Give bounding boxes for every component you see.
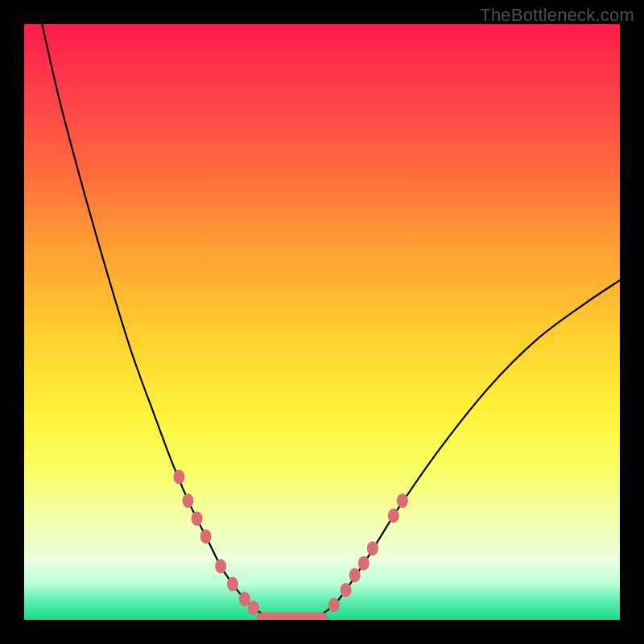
curve-marker [367, 541, 378, 555]
chart-frame: TheBottleneck.com [0, 0, 644, 644]
curve-marker [388, 509, 399, 523]
curve-marker [341, 583, 352, 597]
curve-marker [200, 529, 212, 543]
marker-group [173, 469, 408, 615]
curve-marker [239, 592, 250, 606]
curve-marker [227, 577, 238, 592]
curve-marker [358, 556, 369, 571]
curve-marker [328, 598, 340, 613]
curve-marker [215, 559, 226, 573]
bottleneck-curve [42, 24, 620, 620]
curve-marker [192, 511, 203, 526]
curve-marker [248, 601, 259, 615]
attribution-text: TheBottleneck.com [480, 5, 634, 26]
chart-svg [24, 24, 620, 620]
curve-marker [349, 568, 361, 583]
plot-area [24, 24, 620, 620]
curve-marker [173, 469, 184, 484]
curve-marker [397, 493, 408, 508]
curve-marker [183, 493, 194, 508]
